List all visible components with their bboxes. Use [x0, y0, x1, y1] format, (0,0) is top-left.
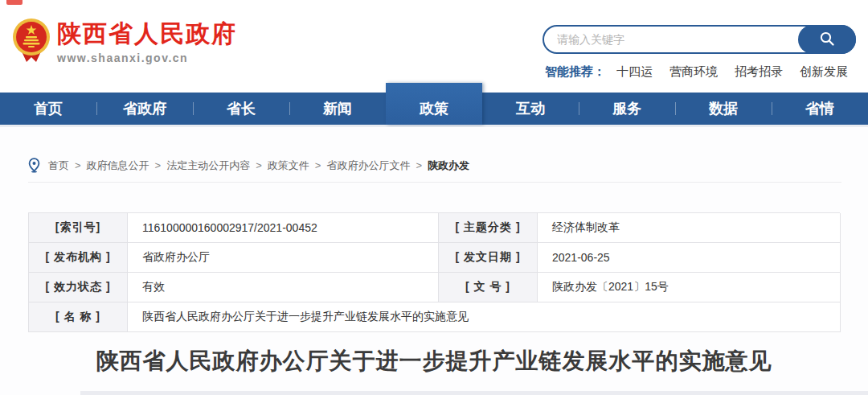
meta-label-index-number: [索引号] — [29, 213, 128, 243]
bottom-section-edge — [80, 391, 868, 395]
article-title: 陕西省人民政府办公厅关于进一步提升产业链发展水平的实施意见 — [0, 346, 868, 376]
search-box — [542, 25, 856, 54]
meta-label-validity-status: [ 效力状态 ] — [29, 273, 128, 302]
search-button[interactable] — [798, 25, 856, 54]
meta-value-topic-category: 经济体制改革 — [538, 213, 841, 243]
smart-recommend-bar: 智能推荐： 十四运 营商环境 招考招录 创新发展 — [545, 64, 865, 80]
meta-value-document-number: 陕政办发〔2021〕15号 — [538, 273, 841, 302]
meta-value-issuing-agency: 省政府办公厅 — [128, 243, 439, 273]
site-url: www.shaanxi.gov.cn — [57, 51, 237, 64]
nav-item-data[interactable]: 数据 — [675, 93, 772, 125]
nav-item-provincial-government[interactable]: 省政府 — [96, 93, 193, 125]
breadcrumb-item-statutory-disclosure[interactable]: 法定主动公开内容 — [166, 158, 250, 173]
content-area: 首页 > 政府信息公开 > 法定主动公开内容 > 政策文件 > 省政府办公厅文件… — [0, 127, 868, 395]
meta-value-issue-date: 2021-06-25 — [538, 243, 841, 273]
meta-label-topic-category: [ 主题分类 ] — [439, 213, 538, 243]
meta-label-document-name: [ 名 称 ] — [29, 302, 128, 332]
site-header: 陕西省人民政府 www.shaanxi.gov.cn 智能推荐： 十四运 营商环… — [0, 0, 868, 93]
smart-recommend-label: 智能推荐： — [545, 64, 605, 80]
breadcrumb-separator: > — [256, 159, 262, 171]
recommend-link-national-games[interactable]: 十四运 — [616, 64, 653, 80]
recommend-link-business-environment[interactable]: 营商环境 — [669, 64, 718, 80]
nav-item-province-profile[interactable]: 省情 — [772, 93, 868, 125]
document-meta-table: [索引号] 116100000160002917/2021-00452 [ 主题… — [28, 212, 840, 332]
meta-value-validity-status: 有效 — [128, 273, 439, 302]
nav-item-services[interactable]: 服务 — [579, 93, 675, 125]
nav-tab-policy-active[interactable]: 政策 — [386, 83, 482, 125]
breadcrumb-item-current: 陕政办发 — [428, 158, 469, 173]
breadcrumb: 首页 > 政府信息公开 > 法定主动公开内容 > 政策文件 > 省政府办公厅文件… — [28, 158, 469, 173]
recommend-link-innovation[interactable]: 创新发展 — [800, 64, 848, 80]
breadcrumb-separator: > — [416, 159, 422, 171]
meta-label-issuing-agency: [ 发布机构 ] — [29, 243, 128, 273]
national-emblem-icon — [12, 16, 51, 68]
nav-item-home[interactable]: 首页 — [0, 93, 96, 125]
meta-value-index-number: 116100000160002917/2021-00452 — [128, 213, 439, 243]
breadcrumb-separator: > — [75, 159, 81, 171]
meta-label-issue-date: [ 发文日期 ] — [439, 243, 538, 273]
site-logo[interactable]: 陕西省人民政府 www.shaanxi.gov.cn — [12, 16, 237, 68]
nav-item-news[interactable]: 新闻 — [289, 93, 386, 125]
nav-item-interaction[interactable]: 互动 — [482, 93, 579, 125]
main-nav: 首页 省政府 省长 新闻 政策 互动 服务 数据 省情 — [0, 93, 868, 125]
site-name: 陕西省人民政府 — [57, 21, 237, 47]
breadcrumb-item-office-documents[interactable]: 省政府办公厅文件 — [326, 158, 410, 173]
meta-value-document-name: 陕西省人民政府办公厅关于进一步提升产业链发展水平的实施意见 — [128, 302, 841, 332]
breadcrumb-divider — [28, 182, 841, 183]
location-pin-icon — [28, 158, 40, 173]
nav-item-governor[interactable]: 省长 — [193, 93, 289, 125]
top-red-dash — [6, 0, 23, 5]
breadcrumb-separator: > — [315, 159, 321, 171]
breadcrumb-item-policy-documents[interactable]: 政策文件 — [268, 158, 309, 173]
meta-label-document-number: [ 文 号 ] — [439, 273, 538, 302]
search-icon — [819, 31, 835, 49]
recommend-link-recruitment[interactable]: 招考招录 — [735, 64, 783, 80]
breadcrumb-item-info-disclosure[interactable]: 政府信息公开 — [87, 158, 149, 173]
breadcrumb-item-home[interactable]: 首页 — [48, 158, 69, 173]
breadcrumb-separator: > — [155, 159, 162, 171]
